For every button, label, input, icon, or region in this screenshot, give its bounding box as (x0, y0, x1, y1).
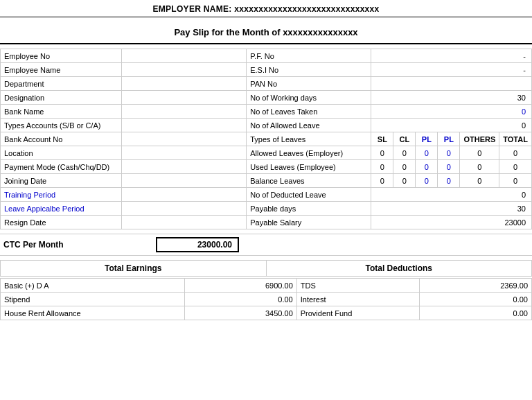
payment-mode-value (122, 160, 247, 174)
pan-no-label: PAN No (247, 77, 371, 91)
bank-name-value (122, 105, 247, 119)
stipend-value: 0.00 (184, 293, 296, 306)
balance-leaves-label: Balance Leaves (247, 174, 371, 188)
info-row-9: Payment Mode (Cash/Chq/DD) Used Leaves (… (1, 160, 532, 174)
designation-value (122, 91, 247, 105)
total-earnings-header: Total Earnings (1, 261, 267, 277)
employee-info-table: Employee No P.F. No - Employee Name E.S.… (0, 49, 532, 229)
ae-pl1: 0 (416, 146, 438, 160)
leave-applicable-value (122, 202, 247, 216)
totals-header-table: Total Earnings Total Deductions (0, 260, 532, 277)
payslip-title-section: Pay Slip for the Month of xxxxxxxxxxxxxx… (0, 21, 532, 44)
allowed-employer-label: Allowed Leaves (Employer) (247, 146, 371, 160)
payable-days-value: 30 (371, 202, 532, 216)
leaves-taken-value: 0 (371, 105, 532, 119)
working-days-value: 30 (371, 91, 532, 105)
ed-row-1: Basic (+) D A 6900.00 TDS 2369.00 (1, 279, 532, 293)
ae-others: 0 (460, 146, 499, 160)
pan-no-value (371, 77, 532, 91)
employee-no-value (122, 49, 247, 63)
location-value (122, 146, 247, 160)
bl-total: 0 (499, 174, 532, 188)
tds-label: TDS (296, 279, 419, 293)
deducted-leave-value: 0 (371, 188, 532, 202)
pf-label: Provident Fund (296, 306, 419, 320)
employer-value: xxxxxxxxxxxxxxxxxxxxxxxxxxxxxx (234, 4, 379, 14)
bank-account-value (122, 132, 247, 146)
earnings-deductions-table: Basic (+) D A 6900.00 TDS 2369.00 Stipen… (0, 278, 532, 320)
leave-applicable-label: Leave Appicalbe Period (1, 202, 122, 216)
leave-col-total: TOTAL (499, 132, 532, 146)
employee-name-label: Employee Name (1, 63, 122, 77)
resign-date-value (122, 216, 247, 229)
joining-date-label: Joining Date (1, 174, 122, 188)
account-type-value (122, 119, 247, 132)
payment-mode-label: Payment Mode (Cash/Chq/DD) (1, 160, 122, 174)
payable-days-label: Payable days (247, 202, 371, 216)
bl-sl: 0 (371, 174, 393, 188)
info-row-2: Employee Name E.S.I No - (1, 63, 532, 77)
esi-no-value: - (371, 63, 532, 77)
ue-others: 0 (460, 160, 499, 174)
title-prefix: Pay Slip for the Month of (174, 27, 280, 37)
ae-sl: 0 (371, 146, 393, 160)
info-row-4: Designation No of Working days 30 (1, 91, 532, 105)
bl-pl1: 0 (416, 174, 438, 188)
bl-others: 0 (460, 174, 499, 188)
info-row-11: Training Period No of Deducted Leave 0 (1, 188, 532, 202)
leave-col-cl: CL (393, 132, 416, 146)
resign-date-label: Resign Date (1, 216, 122, 229)
leave-col-pl1: PL (416, 132, 438, 146)
total-deductions-header: Total Deductions (266, 261, 532, 277)
joining-date-value (122, 174, 247, 188)
leave-col-sl: SL (371, 132, 393, 146)
ue-cl: 0 (393, 160, 416, 174)
esi-no-label: E.S.I No (247, 63, 371, 77)
department-label: Department (1, 77, 122, 91)
ue-sl: 0 (371, 160, 393, 174)
info-row-10: Joining Date Balance Leaves 0 0 0 0 0 0 (1, 174, 532, 188)
ae-total: 0 (499, 146, 532, 160)
working-days-label: No of Working days (247, 91, 371, 105)
bl-pl2: 0 (438, 174, 460, 188)
tds-value: 2369.00 (419, 279, 531, 293)
employer-header: EMPLOYER NAME: xxxxxxxxxxxxxxxxxxxxxxxxx… (0, 0, 532, 17)
ue-pl2: 0 (438, 160, 460, 174)
allowed-leave-label: No of Allowed Leave (247, 119, 371, 132)
location-label: Location (1, 146, 122, 160)
used-employee-label: Used Leaves (Employee) (247, 160, 371, 174)
bank-name-label: Bank Name (1, 105, 122, 119)
info-row-13: Resign Date Payable Salary 23000 (1, 216, 532, 229)
ctc-section: CTC Per Month 23000.00 (0, 234, 532, 256)
ue-pl1: 0 (416, 160, 438, 174)
employer-label: EMPLOYER NAME: (152, 4, 231, 14)
training-period-label: Training Period (1, 188, 122, 202)
employee-no-label: Employee No (1, 49, 122, 63)
leave-types-label: Types of Leaves (247, 132, 371, 146)
ae-pl2: 0 (438, 146, 460, 160)
interest-label: Interest (296, 293, 419, 306)
pf-no-value: - (371, 49, 532, 63)
info-row-1: Employee No P.F. No - (1, 49, 532, 63)
info-row-3: Department PAN No (1, 77, 532, 91)
payable-salary-label: Payable Salary (247, 216, 371, 229)
ed-row-3: House Rent Allowance 3450.00 Provident F… (1, 306, 532, 320)
department-value (122, 77, 247, 91)
basic-da-label: Basic (+) D A (1, 279, 185, 293)
ed-row-2: Stipend 0.00 Interest 0.00 (1, 293, 532, 306)
employee-name-value (122, 63, 247, 77)
payslip-page: EMPLOYER NAME: xxxxxxxxxxxxxxxxxxxxxxxxx… (0, 0, 532, 400)
hra-label: House Rent Allowance (1, 306, 185, 320)
stipend-label: Stipend (1, 293, 185, 306)
ctc-value: 23000.00 (156, 237, 239, 252)
bl-cl: 0 (393, 174, 416, 188)
pf-no-label: P.F. No (247, 49, 371, 63)
leave-col-pl2: PL (438, 132, 460, 146)
info-row-12: Leave Appicalbe Period Payable days 30 (1, 202, 532, 216)
hra-value: 3450.00 (184, 306, 296, 320)
bank-account-label: Bank Account No (1, 132, 122, 146)
leave-col-others: OTHERS (460, 132, 499, 146)
employer-name: EMPLOYER NAME: xxxxxxxxxxxxxxxxxxxxxxxxx… (152, 4, 379, 14)
training-period-value (122, 188, 247, 202)
info-row-6: Types Accounts (S/B or C/A) No of Allowe… (1, 119, 532, 132)
